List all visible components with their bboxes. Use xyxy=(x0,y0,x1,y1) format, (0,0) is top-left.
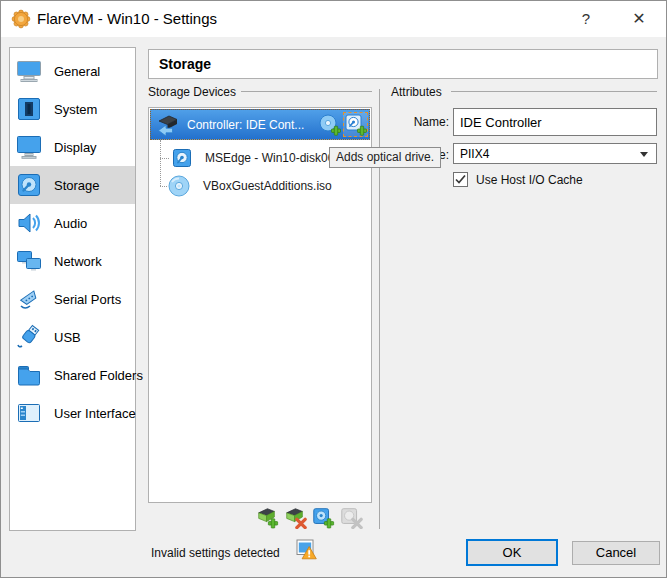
sidebar-item-label: User Interface xyxy=(54,406,136,421)
settings-window: FlareVM - Win10 - Settings ? ✕ General S… xyxy=(0,0,667,578)
sidebar-item-serial-ports[interactable]: Serial Ports xyxy=(10,280,135,318)
tooltip: Adds optical drive. xyxy=(329,147,441,168)
controller-type-value: PIIX4 xyxy=(460,147,489,161)
network-icon xyxy=(15,247,43,275)
sidebar-item-label: Audio xyxy=(54,216,87,231)
help-button[interactable]: ? xyxy=(563,1,609,37)
attributes-group-label: Attributes xyxy=(391,85,442,99)
attachment-add-icon xyxy=(311,505,335,529)
add-controller-button[interactable] xyxy=(255,505,279,529)
tree-item-optical[interactable]: VBoxGuestAdditions.iso xyxy=(149,172,332,200)
shared-folders-icon xyxy=(15,361,43,389)
storage-toolbar xyxy=(255,505,363,529)
add-attachment-button[interactable] xyxy=(311,505,335,529)
sidebar-item-label: Serial Ports xyxy=(54,292,121,307)
tree-item-ide-controller[interactable]: Controller: IDE Cont... xyxy=(150,109,370,140)
host-io-cache-checkbox[interactable] xyxy=(453,172,468,187)
add-optical-drive-button[interactable] xyxy=(317,112,342,137)
sidebar-item-label: Shared Folders xyxy=(54,368,143,383)
remove-controller-button[interactable] xyxy=(283,505,307,529)
cancel-button[interactable]: Cancel xyxy=(572,541,660,565)
system-icon xyxy=(15,95,43,123)
sidebar-item-display[interactable]: Display xyxy=(10,128,135,166)
attachment-remove-icon xyxy=(339,505,363,529)
sidebar-item-label: Network xyxy=(54,254,102,269)
sidebar-item-usb[interactable]: USB xyxy=(10,318,135,356)
ide-controller-icon xyxy=(154,112,180,138)
sidebar-item-storage[interactable]: Storage xyxy=(10,166,135,204)
sidebar-item-label: Display xyxy=(54,140,97,155)
user-interface-icon xyxy=(15,399,43,427)
sidebar-item-user-interface[interactable]: User Interface xyxy=(10,394,135,432)
controller-name-input[interactable] xyxy=(453,108,657,136)
sidebar-item-label: System xyxy=(54,102,97,117)
serial-ports-icon xyxy=(15,285,43,313)
sidebar-item-label: Storage xyxy=(54,178,100,193)
check-icon xyxy=(454,173,467,186)
group-divider xyxy=(451,91,657,92)
usb-icon xyxy=(15,323,43,351)
status-message: Invalid settings detected xyxy=(151,546,280,560)
name-label: Name: xyxy=(381,115,449,129)
hard-disk-icon xyxy=(171,147,193,169)
hard-disk-add-icon xyxy=(344,113,367,136)
controller-remove-icon xyxy=(283,505,307,529)
page-title: Storage xyxy=(148,49,658,79)
storage-devices-group-label: Storage Devices xyxy=(148,85,236,99)
controller-label: Controller: IDE Cont... xyxy=(187,118,304,132)
warning-icon xyxy=(294,538,318,562)
window-title: FlareVM - Win10 - Settings xyxy=(37,1,217,37)
remove-attachment-button xyxy=(339,505,363,529)
controller-add-icon xyxy=(255,505,279,529)
host-io-cache-label[interactable]: Use Host I/O Cache xyxy=(476,173,583,187)
sidebar-item-general[interactable]: General xyxy=(10,52,135,90)
display-icon xyxy=(15,133,43,161)
close-button[interactable]: ✕ xyxy=(616,1,662,37)
chevron-down-icon xyxy=(640,152,648,157)
audio-icon xyxy=(15,209,43,237)
optical-disk-add-icon xyxy=(318,113,341,136)
sidebar-item-audio[interactable]: Audio xyxy=(10,204,135,242)
optical-disk-icon xyxy=(167,174,191,198)
sidebar-item-network[interactable]: Network xyxy=(10,242,135,280)
storage-icon xyxy=(15,171,43,199)
sidebar-item-label: General xyxy=(54,64,100,79)
sidebar: General System Display xyxy=(9,47,136,531)
tree-item-label: VBoxGuestAdditions.iso xyxy=(203,179,332,193)
ok-button[interactable]: OK xyxy=(466,539,558,566)
tree-item-disk[interactable]: MSEdge - Win10-disk001.... xyxy=(149,144,354,172)
title-bar: FlareVM - Win10 - Settings ? ✕ xyxy=(1,1,666,37)
sidebar-item-system[interactable]: System xyxy=(10,90,135,128)
app-icon xyxy=(11,9,31,29)
group-divider xyxy=(241,91,372,92)
general-icon xyxy=(15,57,43,85)
controller-inline-actions xyxy=(317,112,369,137)
sidebar-item-shared-folders[interactable]: Shared Folders xyxy=(10,356,135,394)
add-hard-disk-button[interactable] xyxy=(343,112,368,137)
sidebar-item-label: USB xyxy=(54,330,81,345)
controller-type-dropdown[interactable]: PIIX4 xyxy=(453,143,657,164)
